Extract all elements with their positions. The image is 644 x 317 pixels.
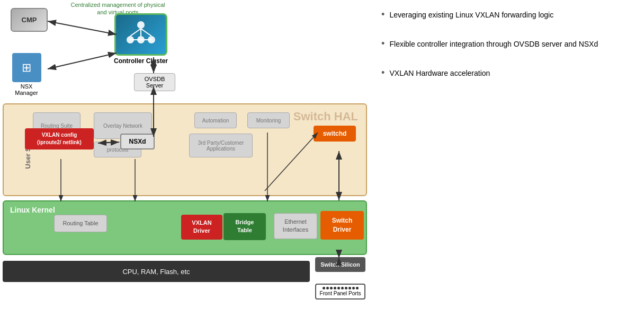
controller-icon	[114, 13, 167, 56]
cmp-icon: CMP	[11, 8, 48, 32]
svg-line-4	[130, 29, 141, 36]
controller-cluster-box: Controller Cluster	[114, 13, 168, 66]
bullet-text-1: Leveraging existing Linux VXLAN forwardi…	[389, 11, 553, 19]
switch-hal-label: Switch HAL	[293, 110, 358, 124]
third-party-box: 3rd Party/Customer Applications	[189, 134, 253, 157]
main-container: Centralized management of physical and v…	[0, 0, 644, 317]
controller-label: Controller Cluster	[114, 57, 168, 66]
cmp-label: CMP	[22, 16, 37, 24]
front-panel-box: Front Panel Ports	[315, 284, 365, 300]
switch-silicon-box: Switch Silicon	[315, 257, 365, 272]
nsx-icon: ⊞	[12, 53, 41, 82]
svg-line-13	[48, 21, 117, 34]
bullet-dot-3: •	[381, 67, 384, 78]
ovsdb-label: OVSDB Server	[145, 76, 165, 89]
bullet-text-3: VXLAN Hardware acceleration	[389, 69, 490, 77]
user-space-section: User Space Switch HAL Routing Suite Over…	[3, 103, 367, 196]
nsx-manager-box: ⊞ NSX Manager	[3, 53, 50, 96]
cmp-box: CMP	[8, 8, 50, 32]
vxlan-driver-box: VXLAN Driver	[181, 215, 222, 240]
automation-box: Automation	[194, 112, 237, 128]
cpu-label: CPU, RAM, Flash, etc	[122, 268, 190, 276]
front-panel-label: Front Panel Ports	[320, 290, 361, 296]
linux-kernel-label: Linux Kernel	[10, 206, 55, 214]
routing-table-box: Routing Table	[54, 215, 107, 232]
bullet-item-3: • VXLAN Hardware acceleration	[381, 66, 633, 80]
right-side: • Leveraging existing Linux VXLAN forwar…	[371, 0, 644, 317]
bullet-item-2: • Flexible controller integration throug…	[381, 37, 633, 50]
front-panel-dots	[318, 287, 362, 289]
monitoring-box: Monitoring	[247, 112, 290, 128]
bullet-item-1: • Leveraging existing Linux VXLAN forwar…	[381, 8, 633, 21]
bridge-table-box: Bridge Table	[223, 213, 266, 240]
switchd-box: switchd	[314, 126, 356, 142]
ovsdb-server-box: OVSDB Server	[134, 73, 175, 91]
bullet-dot-2: •	[381, 38, 384, 49]
svg-line-6	[141, 29, 151, 36]
ethernet-interfaces-box: Ethernet Interfaces	[274, 213, 317, 239]
nsx-label: NSX Manager	[3, 83, 50, 96]
bullet-text-2: Flexible controller integration through …	[389, 40, 598, 48]
diagram-section: Centralized management of physical and v…	[0, 0, 371, 317]
linux-kernel-section: Linux Kernel Routing Table VXLAN Driver …	[3, 200, 367, 255]
nsxd-box: NSXd	[120, 134, 155, 149]
bullet-dot-1: •	[381, 9, 384, 20]
svg-line-14	[48, 53, 117, 69]
cpu-box: CPU, RAM, Flash, etc	[3, 261, 310, 282]
vxlan-config-box: VXLAN config (iproute2/ netlink)	[25, 128, 94, 149]
switch-driver-box: Switch Driver	[320, 211, 364, 240]
network-icon	[122, 19, 159, 50]
switch-silicon-label: Switch Silicon	[320, 261, 360, 268]
svg-point-0	[137, 21, 145, 29]
